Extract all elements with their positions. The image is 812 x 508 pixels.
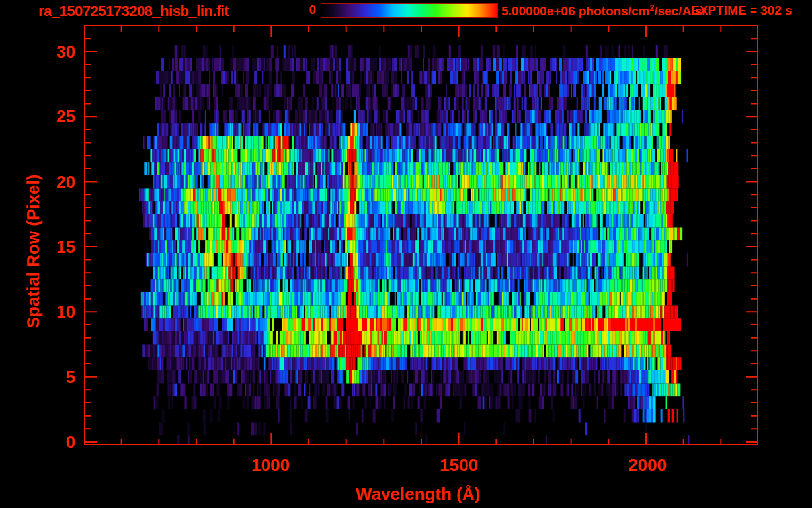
colorbar-max-label: 5.00000e+06 photons/cm2/sec/A/sr xyxy=(501,3,706,19)
x-axis-label: Wavelength (Å) xyxy=(356,484,480,505)
colorbar-max-value: 5.00000e+06 xyxy=(501,4,575,18)
x-tick-label: 1500 xyxy=(440,455,478,476)
heatmap-canvas xyxy=(84,25,758,445)
colorbar-gradient xyxy=(321,3,498,18)
colorbar-min-label: 0 xyxy=(290,3,316,17)
x-tick-label: 2000 xyxy=(628,455,667,476)
colorbar-units-prefix: photons/cm xyxy=(575,4,649,18)
y-tick-label: 5 xyxy=(26,367,75,387)
page-title: ra_150725173208_hisb_lin.fit xyxy=(38,3,229,20)
y-tick-label: 30 xyxy=(26,42,75,62)
y-tick-label: 20 xyxy=(26,172,75,192)
exptime-label: EXPTIME = 302 s xyxy=(691,3,792,18)
y-tick-label: 15 xyxy=(26,237,75,257)
y-tick-label: 25 xyxy=(26,106,75,126)
y-tick-label: 10 xyxy=(26,302,75,321)
y-tick-label: 0 xyxy=(26,432,75,452)
spectral-image-window: ra_150725173208_hisb_lin.fit 0 5.00000e+… xyxy=(0,0,812,508)
x-tick-label: 1000 xyxy=(251,455,290,476)
